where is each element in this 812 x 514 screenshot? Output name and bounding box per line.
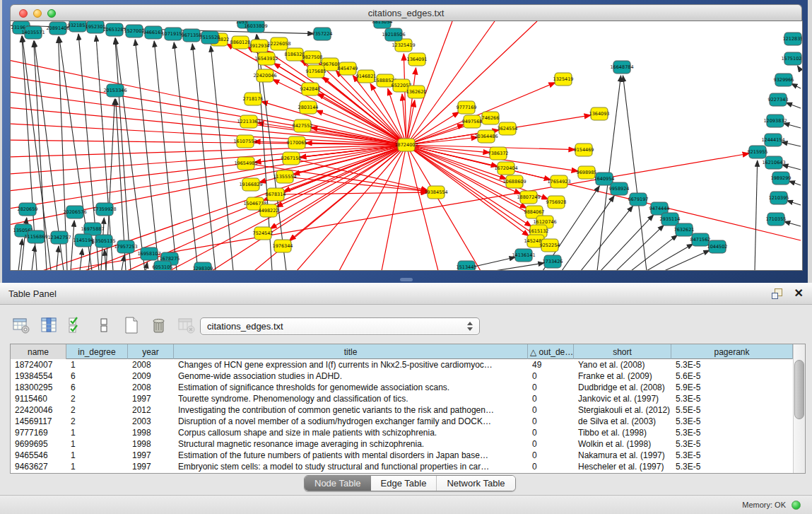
table-cell: 1997 <box>128 393 174 404</box>
graph-node-label: 1210395 <box>769 195 789 201</box>
table-cell: 9699695 <box>11 438 66 450</box>
table-row[interactable]: 1456911722003Disruption of a novel membe… <box>11 416 793 427</box>
table-cell: 1997 <box>128 450 174 461</box>
table-cell: 2009 <box>128 370 174 382</box>
graph-node-label: 3624554 <box>498 126 518 132</box>
graph-node-label: 17654923 <box>547 179 570 185</box>
import-table-icon[interactable] <box>177 316 196 335</box>
scrollbar-thumb[interactable] <box>794 360 804 419</box>
table-cell: 2 <box>66 416 128 427</box>
table-cell: 5.9E-5 <box>671 382 793 393</box>
table-cell: Changes of HCN gene expression and I(f) … <box>174 359 528 370</box>
table-cell: 5.3E-5 <box>671 416 793 427</box>
close-panel-icon[interactable]: ✕ <box>794 288 804 299</box>
table-cell: 0 <box>528 393 574 404</box>
network-view-canvas[interactable]: 1872400727181761221336316107553196549851… <box>11 21 802 270</box>
graph-edge <box>115 38 131 270</box>
graph-node-label: 8678314 <box>266 192 286 197</box>
row-height-icon[interactable] <box>94 316 113 335</box>
table-row[interactable]: 2242004622012Investigating the contribut… <box>11 404 793 416</box>
graph-edge <box>623 76 647 270</box>
graph-node-label: 9242848 <box>300 86 321 92</box>
table-row[interactable]: 946554611997Estimation of the future num… <box>11 450 793 461</box>
column-header-year[interactable]: year <box>128 344 174 359</box>
column-header-in_degree[interactable]: in_degree <box>66 344 128 359</box>
vertical-scrollbar[interactable] <box>793 344 805 473</box>
tab-network-table[interactable]: Network Table <box>436 476 514 491</box>
table-cell: 2 <box>66 393 128 404</box>
graph-node-label: 11156869 <box>24 234 47 240</box>
graph-node-label: 9329966 <box>774 77 794 83</box>
table-cell: Embryonic stem cells: a model to study s… <box>174 461 528 472</box>
graph-node-label: 8427552 <box>293 123 313 129</box>
graph-node-label: 9170065 <box>287 140 307 146</box>
graph-node-label: 10653287 <box>102 27 126 33</box>
graph-node-label: 1044502 <box>707 244 728 250</box>
table-cell: 5.3E-5 <box>671 393 793 404</box>
panel-splitter-grip[interactable] <box>400 278 413 281</box>
memory-status-indicator-icon[interactable] <box>792 501 801 510</box>
table-mode-icon[interactable] <box>11 316 30 335</box>
table-cell: 9777169 <box>11 427 66 438</box>
table-row[interactable]: 946362711997Embryonic stem cells: a mode… <box>11 461 793 472</box>
graph-node-label: 22420046 <box>253 73 276 78</box>
graph-node-label: 6053105 <box>153 264 173 270</box>
create-column-icon[interactable] <box>122 316 141 335</box>
node-table: namein_degreeyeartitle△ out_de…shortpage… <box>10 344 806 474</box>
table-cell: 5.3E-5 <box>671 359 793 370</box>
graph-node-label: 19218506 <box>382 32 405 37</box>
table-cell: Dudbridge et al. (2008) <box>574 382 671 393</box>
table-cell: 2 <box>66 404 128 416</box>
graph-node-label: 9777169 <box>457 105 477 110</box>
table-cell: 0 <box>528 416 574 427</box>
table-row[interactable]: 969969511998Structural magnetic resonanc… <box>11 438 793 450</box>
graph-node-label: 2803144 <box>298 105 319 110</box>
table-cell: 18300295 <box>11 382 66 393</box>
table-cell: Disruption of a novel member of a sodium… <box>174 416 528 427</box>
table-cell: 49 <box>528 359 574 370</box>
select-updown-icon <box>467 322 473 331</box>
column-header-pagerank[interactable]: pagerank <box>671 344 793 359</box>
table-cell: Corpus callosum shape and size in male p… <box>174 427 528 438</box>
network-window-titlebar[interactable]: citations_edges.txt <box>10 4 802 21</box>
graph-node-label: 4498222 <box>259 208 279 214</box>
graph-edge <box>787 201 801 205</box>
table-type-tabs: Node TableEdge TableNetwork Table <box>304 475 516 491</box>
tab-edge-table[interactable]: Edge Table <box>371 476 437 491</box>
column-header-out_de[interactable]: △ out_de… <box>528 344 574 359</box>
table-row[interactable]: 1938455462009Genome-wide association stu… <box>11 370 793 382</box>
graph-node-label: 746266 <box>482 115 500 121</box>
table-cell: 0 <box>528 404 574 416</box>
graph-node-label: 1364091 <box>407 57 428 62</box>
graph-edge <box>647 244 693 270</box>
table-cell: 9465546 <box>11 450 66 461</box>
column-header-short[interactable]: short <box>574 344 671 359</box>
graph-edge <box>664 250 710 270</box>
tab-node-table[interactable]: Node Table <box>305 476 371 491</box>
citation-network-graph[interactable]: 1872400727181761221336316107553196549851… <box>11 21 802 270</box>
table-body: 1872400712008Changes of HCN gene express… <box>11 359 793 473</box>
table-cell: Structural magnetic resonance image aver… <box>174 438 528 450</box>
table-row[interactable]: 1872400712008Changes of HCN gene express… <box>11 359 793 370</box>
table-row[interactable]: 1830029562008Estimation of significance … <box>11 382 793 393</box>
graph-node-label: 9671358 <box>182 33 202 38</box>
graph-edge <box>116 38 145 270</box>
table-row[interactable]: 911546021997Tourette syndrome. Phenomeno… <box>11 393 793 404</box>
table-row[interactable]: 977716911998Corpus callosum shape and si… <box>11 427 793 438</box>
network-table-select[interactable]: citations_edges.txt <box>200 317 480 335</box>
graph-edge <box>406 145 801 240</box>
graph-edge <box>406 21 452 145</box>
select-all-icon[interactable] <box>66 316 86 335</box>
graph-node-label: 19166829 <box>239 182 262 187</box>
show-columns-icon[interactable] <box>39 316 58 335</box>
graph-node-label: 2935114 <box>660 216 681 222</box>
column-header-title[interactable]: title <box>174 344 528 359</box>
table-cell: Franke et al. (2009) <box>574 370 671 382</box>
delete-column-icon[interactable] <box>149 316 168 335</box>
graph-node-label: 20364486 <box>474 134 498 139</box>
graph-node-label: 1298309 <box>193 266 213 270</box>
column-header-name[interactable]: name <box>11 344 66 359</box>
table-cell: 1997 <box>128 461 174 472</box>
float-panel-icon[interactable] <box>772 288 783 299</box>
graph-node-label: 16210643 <box>762 160 785 165</box>
